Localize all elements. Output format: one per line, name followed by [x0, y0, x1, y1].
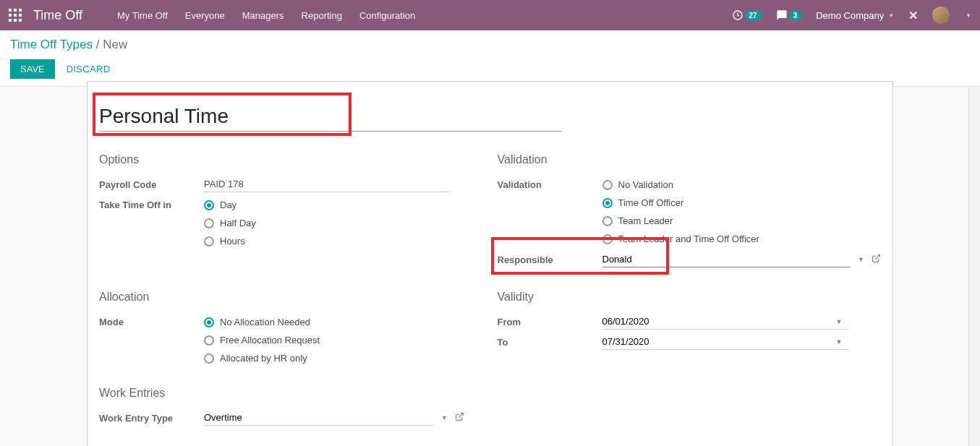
radio-hours-label: Hours: [220, 236, 245, 246]
payroll-code-input[interactable]: [204, 176, 450, 192]
svg-rect-7: [14, 19, 17, 22]
radio-hr-only[interactable]: Allocated by HR only: [204, 353, 483, 364]
nav-right: 27 3 Demo Company ▼ ✕ ▼: [732, 7, 971, 24]
message-count: 3: [789, 11, 802, 20]
validity-title: Validity: [498, 291, 882, 304]
radio-tl-label: Team Leader: [618, 215, 673, 226]
close-icon[interactable]: ✕: [908, 9, 918, 22]
activity-count: 27: [745, 11, 762, 20]
svg-rect-2: [19, 9, 22, 12]
nav-managers[interactable]: Managers: [242, 10, 284, 21]
svg-rect-4: [14, 14, 17, 17]
apps-icon[interactable]: [9, 9, 22, 22]
allocation-section: Allocation Mode No Allocation Needed Fre…: [99, 291, 483, 368]
record-name-input[interactable]: [99, 102, 562, 132]
radio-no-allocation[interactable]: No Allocation Needed: [204, 317, 483, 327]
date-caret-icon[interactable]: ▼: [833, 338, 845, 346]
work-entries-section: Work Entries Work Entry Type ▼: [99, 387, 483, 430]
radio-dot-checked-icon: [602, 198, 613, 208]
take-off-label: Take Time Off in: [99, 197, 204, 210]
work-entry-type-label: Work Entry Type: [99, 410, 204, 424]
svg-rect-0: [9, 9, 12, 12]
date-caret-icon[interactable]: ▼: [833, 318, 845, 325]
options-section: Options Payroll Code Take Time Off in Da…: [99, 153, 483, 272]
radio-dot-checked-icon: [204, 317, 214, 327]
discard-button[interactable]: DISCARD: [67, 64, 111, 74]
mode-label: Mode: [99, 314, 204, 327]
radio-hours[interactable]: Hours: [204, 236, 483, 246]
nav-reporting[interactable]: Reporting: [302, 10, 342, 21]
radio-team-leader[interactable]: Team Leader: [602, 215, 882, 226]
radio-dot-icon: [204, 236, 214, 246]
radio-dot-checked-icon: [204, 200, 214, 210]
avatar[interactable]: [932, 7, 950, 24]
payroll-code-label: Payroll Code: [99, 176, 204, 190]
svg-rect-5: [19, 14, 22, 17]
nav-menu: My Time Off Everyone Managers Reporting …: [117, 10, 732, 21]
radio-free-allocation[interactable]: Free Allocation Request: [204, 335, 483, 346]
work-entry-type-input[interactable]: [204, 410, 434, 426]
radio-dot-icon: [204, 353, 214, 364]
radio-tl-and-officer[interactable]: Team Leader and Time Off Officer: [602, 233, 882, 244]
radio-officer[interactable]: Time Off Officer: [602, 197, 882, 208]
from-label: From: [498, 314, 602, 327]
radio-noval-label: No Validation: [618, 179, 673, 190]
radio-dot-icon: [602, 216, 613, 226]
to-label: To: [498, 334, 602, 348]
radio-dot-icon: [204, 218, 214, 228]
form-sheet: Options Payroll Code Take Time Off in Da…: [87, 81, 893, 446]
radio-noalloc-label: No Allocation Needed: [220, 317, 310, 327]
navbar: Time Off My Time Off Everyone Managers R…: [0, 0, 980, 30]
nav-my-time-off[interactable]: My Time Off: [117, 10, 168, 21]
breadcrumb-separator: /: [96, 38, 103, 51]
options-title: Options: [99, 153, 483, 166]
radio-dot-icon: [204, 335, 214, 346]
nav-everyone[interactable]: Everyone: [185, 10, 225, 21]
control-panel: Time Off Types / New SAVE DISCARD: [0, 30, 980, 87]
svg-rect-1: [14, 9, 17, 12]
action-row: SAVE DISCARD: [10, 59, 970, 79]
content: Options Payroll Code Take Time Off in Da…: [0, 87, 980, 446]
allocation-title: Allocation: [99, 291, 483, 304]
radio-officer-label: Time Off Officer: [618, 197, 684, 208]
radio-half-day[interactable]: Half Day: [204, 218, 483, 228]
breadcrumb-parent[interactable]: Time Off Types: [10, 38, 93, 51]
dropdown-caret-icon[interactable]: ▼: [438, 414, 451, 421]
svg-rect-8: [19, 19, 22, 22]
validity-section: Validity From ▼ To ▼: [498, 291, 882, 368]
svg-rect-6: [9, 19, 12, 22]
dropdown-caret-icon[interactable]: ▼: [855, 256, 867, 263]
radio-no-validation[interactable]: No Validation: [602, 179, 882, 190]
breadcrumb-current: New: [103, 38, 127, 51]
radio-dot-icon: [602, 234, 613, 244]
external-link-icon[interactable]: [455, 412, 464, 424]
scrollbar[interactable]: [968, 87, 980, 446]
caret-down-icon: ▼: [888, 12, 894, 19]
company-selector[interactable]: Demo Company ▼: [816, 10, 894, 21]
discuss-icon[interactable]: 3: [776, 9, 802, 21]
company-name: Demo Company: [816, 10, 884, 21]
radio-day-label: Day: [220, 200, 237, 210]
validation-title: Validation: [498, 153, 882, 166]
user-caret-icon: ▼: [966, 12, 971, 19]
breadcrumb: Time Off Types / New: [10, 38, 970, 52]
from-input[interactable]: [602, 314, 848, 330]
radio-dot-icon: [602, 180, 613, 190]
radio-tlao-label: Team Leader and Time Off Officer: [618, 233, 759, 244]
to-input[interactable]: [602, 334, 848, 350]
app-title: Time Off: [33, 8, 82, 23]
validation-section: Validation Validation No Validation Time…: [498, 153, 882, 272]
radio-freealloc-label: Free Allocation Request: [220, 335, 320, 346]
svg-rect-3: [9, 14, 12, 17]
nav-configuration[interactable]: Configuration: [359, 10, 415, 21]
responsible-input[interactable]: [602, 252, 851, 267]
external-link-icon[interactable]: [872, 254, 881, 265]
save-button[interactable]: SAVE: [10, 59, 55, 79]
svg-line-10: [875, 255, 879, 260]
responsible-label: Responsible: [498, 252, 602, 265]
activity-icon[interactable]: 27: [732, 9, 762, 21]
work-entries-title: Work Entries: [99, 387, 483, 400]
radio-day[interactable]: Day: [204, 200, 483, 210]
radio-halfday-label: Half Day: [220, 218, 256, 228]
svg-line-11: [459, 413, 463, 418]
